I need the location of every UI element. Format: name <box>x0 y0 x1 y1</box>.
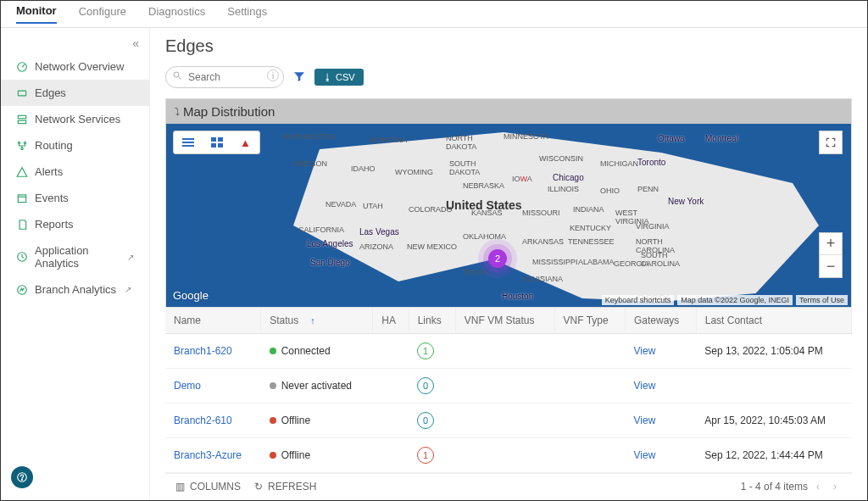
links-badge[interactable]: 0 <box>417 377 434 394</box>
column-vnf-vm-status[interactable]: VNF VM Status <box>455 308 554 334</box>
page-title: Edges <box>165 36 852 56</box>
collapse-handle-icon[interactable]: ⤵ <box>175 106 180 118</box>
edge-name-link[interactable]: Demo <box>174 380 201 392</box>
map-keyboard-shortcuts[interactable]: Keyboard shortcuts <box>602 295 675 305</box>
status-dot-icon <box>270 382 276 389</box>
sidebar-item-label: Branch Analytics <box>35 283 116 296</box>
sidebar: « Network OverviewEdgesNetwork ServicesR… <box>1 28 150 500</box>
gateways-view-link[interactable]: View <box>634 345 656 357</box>
sidebar-item-label: Network Overview <box>35 60 124 73</box>
sidebar-item-label: Edges <box>35 86 66 99</box>
tab-configure[interactable]: Configure <box>79 5 126 23</box>
list-view-button[interactable] <box>174 134 203 151</box>
map-header-title: Map Distribution <box>183 104 275 119</box>
column-label: HA <box>381 315 396 326</box>
csv-export-button[interactable]: ⭳ CSV <box>314 69 364 86</box>
external-link-icon: ↗ <box>127 253 134 262</box>
alert-filter-button[interactable]: ▲ <box>231 133 259 153</box>
status-label: Never activated <box>281 380 352 392</box>
pagination-range: 1 - 4 of 4 items <box>741 481 808 493</box>
column-label: Status <box>270 315 298 326</box>
zoom-control: + − <box>819 232 843 278</box>
zoom-in-button[interactable]: + <box>820 233 842 255</box>
table-row: Branch2-610Offline0ViewApr 15, 2022, 10:… <box>165 404 852 438</box>
sidebar-item-alerts[interactable]: Alerts <box>1 159 149 185</box>
sidebar-item-branch-analytics[interactable]: Branch Analytics↗ <box>1 276 149 303</box>
map-cluster-pin[interactable]: 2 <box>488 249 507 268</box>
column-links[interactable]: Links <box>409 308 455 334</box>
map-panel: ⤵ Map Distribution United States WASHING… <box>165 98 852 308</box>
dashboard-icon <box>16 61 28 73</box>
edges-table: NameStatus↑HALinksVNF VM StatusVNF TypeG… <box>165 308 852 473</box>
tab-diagnostics[interactable]: Diagnostics <box>148 5 205 23</box>
sidebar-item-label: Alerts <box>35 165 63 178</box>
refresh-icon: ↻ <box>254 481 263 493</box>
toolbar: i ⭳ CSV <box>165 66 852 88</box>
column-last-contact[interactable]: Last Contact <box>696 308 851 334</box>
tab-settings[interactable]: Settings <box>227 5 267 23</box>
search-info-icon[interactable]: i <box>267 70 279 81</box>
sidebar-item-network-overview[interactable]: Network Overview <box>1 53 149 80</box>
map-header[interactable]: ⤵ Map Distribution <box>166 99 851 124</box>
tab-monitor[interactable]: Monitor <box>16 4 57 24</box>
sidebar-item-routing[interactable]: Routing <box>1 132 149 159</box>
status-label: Offline <box>281 449 310 461</box>
gateways-view-link[interactable]: View <box>634 415 656 426</box>
edge-name-link[interactable]: Branch1-620 <box>174 345 232 357</box>
sidebar-item-edges[interactable]: Edges <box>1 80 149 106</box>
sidebar-collapse-icon[interactable]: « <box>132 36 139 50</box>
refresh-button[interactable]: ↻ REFRESH <box>254 481 316 493</box>
columns-button[interactable]: ▥ COLUMNS <box>175 481 241 493</box>
status-dot-icon <box>270 452 276 459</box>
grid-view-button[interactable] <box>203 134 231 151</box>
sidebar-item-network-services[interactable]: Network Services <box>1 106 149 132</box>
column-gateways[interactable]: Gateways <box>626 308 697 334</box>
map-view-switch: ▲ <box>173 131 260 154</box>
svg-rect-18 <box>218 137 223 142</box>
map-copyright: Map data ©2022 Google, INEGI <box>677 295 793 305</box>
sidebar-item-label: Application Analytics <box>35 244 119 270</box>
next-page-button[interactable]: › <box>828 481 842 493</box>
column-label: Last Contact <box>705 315 762 326</box>
refresh-label: REFRESH <box>268 481 316 493</box>
links-badge[interactable]: 1 <box>417 447 434 464</box>
edge-name-link[interactable]: Branch3-Azure <box>174 449 242 461</box>
gateways-view-link[interactable]: View <box>634 380 656 392</box>
edge-name-link[interactable]: Branch2-610 <box>174 415 232 426</box>
map-attribution: Keyboard shortcuts Map data ©2022 Google… <box>602 295 848 305</box>
map-canvas[interactable]: United States WASHINGTON MONTANA NORTHDA… <box>166 124 851 307</box>
svg-point-11 <box>22 479 23 480</box>
column-label: Name <box>174 315 201 326</box>
svg-point-12 <box>174 72 179 77</box>
sidebar-item-events[interactable]: Events <box>1 185 149 211</box>
sidebar-item-application-analytics[interactable]: Application Analytics↗ <box>1 237 149 276</box>
search-input[interactable] <box>165 66 284 88</box>
column-label: VNF VM Status <box>465 315 535 326</box>
table-footer: ▥ COLUMNS ↻ REFRESH 1 - 4 of 4 items ‹ › <box>165 473 852 499</box>
column-ha[interactable]: HA <box>373 308 409 334</box>
sidebar-item-label: Network Services <box>35 113 120 125</box>
google-logo: Google <box>173 289 209 302</box>
last-contact: Sep 13, 2022, 1:05:04 PM <box>696 334 851 369</box>
map-terms[interactable]: Terms of Use <box>796 295 848 305</box>
prev-page-button[interactable]: ‹ <box>811 481 825 493</box>
table-row: Branch3-AzureOffline1ViewSep 12, 2022, 1… <box>165 438 852 473</box>
links-badge[interactable]: 1 <box>417 342 434 359</box>
external-link-icon: ↗ <box>125 285 131 294</box>
zoom-out-button[interactable]: − <box>820 255 842 277</box>
csv-label: CSV <box>336 72 355 82</box>
download-icon: ⭳ <box>323 72 332 82</box>
sidebar-item-reports[interactable]: Reports <box>1 211 149 237</box>
status-label: Offline <box>281 415 310 426</box>
services-icon <box>16 114 28 125</box>
fullscreen-button[interactable] <box>819 131 843 154</box>
links-badge[interactable]: 0 <box>417 412 434 429</box>
column-vnf-type[interactable]: VNF Type <box>554 308 625 334</box>
sidebar-item-label: Events <box>35 192 69 204</box>
columns-icon: ▥ <box>175 481 185 493</box>
filter-icon[interactable] <box>292 70 306 86</box>
column-name[interactable]: Name <box>165 308 261 334</box>
column-status[interactable]: Status↑ <box>261 308 373 334</box>
gateways-view-link[interactable]: View <box>634 449 656 461</box>
help-fab[interactable] <box>11 466 33 488</box>
